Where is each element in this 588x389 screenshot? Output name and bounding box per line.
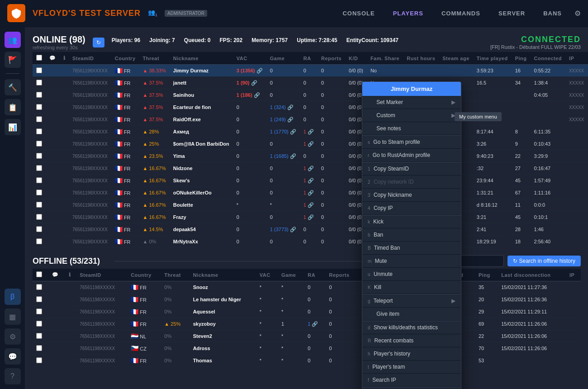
- table-row[interactable]: 76561198XXXXX 🇫🇷 FR ▲ 23.5% Yima 0 1 (16…: [33, 150, 588, 162]
- context-menu-item-copy-nickname[interactable]: 3 Copy Nickname: [362, 189, 461, 202]
- cell-reports: 0: [318, 77, 345, 89]
- sidebar-item-players[interactable]: 👥: [5, 32, 21, 48]
- context-menu-item-search-ip[interactable]: f Search IP: [362, 374, 461, 387]
- table-row[interactable]: 76561198XXXXX 🇫🇷 FR ▲ 16.67% Nidzone 0 0…: [33, 162, 588, 175]
- table-row[interactable]: 76561198XXXXX 🇨🇿 CZ 0% Adross * * 0 0 0/…: [33, 342, 581, 355]
- off-cell-ip: [566, 306, 581, 318]
- off-cell-checkbox[interactable]: [33, 294, 48, 306]
- cell-checkbox[interactable]: [33, 187, 46, 199]
- table-row[interactable]: 76561198XXXXX 🇳🇱 NL 0% Steven2 * * 0 0 0…: [33, 330, 581, 342]
- ctx-item-content: See notes: [368, 125, 401, 132]
- context-menu-item-show-killsdeaths-statistics[interactable]: d Show kills/deaths statistics: [362, 321, 461, 334]
- cell-checkbox[interactable]: [33, 65, 46, 77]
- cell-vac: 0: [233, 138, 266, 150]
- context-menu-item-see-notes[interactable]: See notes: [362, 122, 461, 135]
- context-menu-item-players-history[interactable]: h Player's history: [362, 347, 461, 361]
- table-row[interactable]: 76561198XXXXX 🇫🇷 FR ▲ 37.5% Ecarteur de …: [33, 101, 588, 114]
- context-menu-item-go-to-steam-profile[interactable]: s Go to Steam profile: [362, 136, 461, 149]
- table-row[interactable]: 76561198XXXXX 🇫🇷 FR ▲ 37.5% Sainihou 1 (…: [33, 89, 588, 101]
- off-cell-checkbox[interactable]: [33, 330, 48, 342]
- context-menu-item-timed-ban[interactable]: B Timed Ban: [362, 242, 461, 255]
- cell-checkbox[interactable]: [33, 175, 46, 187]
- cell-checkbox[interactable]: [33, 138, 46, 150]
- nav-console[interactable]: CONSOLE: [337, 6, 380, 20]
- context-menu-item-copy-steamid[interactable]: 1 Copy SteamID: [362, 162, 461, 176]
- cell-checkbox[interactable]: [33, 114, 46, 126]
- off-cell-checkbox[interactable]: [33, 318, 48, 330]
- ctx-key: 2: [368, 180, 370, 185]
- cell-vac: 0: [233, 162, 266, 175]
- table-row[interactable]: 76561198XXXXX 🇫🇷 FR ▲ 38.33% Jimmy Durma…: [33, 65, 588, 77]
- search-offline-button[interactable]: ↻ Search in offline history: [507, 256, 581, 266]
- table-row[interactable]: 76561198XXXXX 🇫🇷 FR ▲ 25% $om@llA Don Ba…: [33, 138, 588, 150]
- nav-players[interactable]: PLAYERS: [388, 6, 429, 20]
- ctx-item-label: Kill: [374, 284, 381, 290]
- context-menu-item-give-item[interactable]: Give item: [362, 308, 461, 321]
- sidebar-item-grid[interactable]: ▦: [5, 308, 21, 325]
- table-row[interactable]: 76561198XXXXX 🇫🇷 FR ▲ 25% skyzoboy * 1 1…: [33, 318, 581, 330]
- table-row[interactable]: 76561198XXXXX 🇫🇷 FR ▲ 16.67% Boulette * …: [33, 199, 588, 211]
- settings-icon[interactable]: ⚙: [574, 9, 581, 18]
- nav-commands[interactable]: COMMANDS: [436, 6, 486, 20]
- context-menu-item-copy-ip[interactable]: 4 Copy IP: [362, 202, 461, 215]
- cell-checkbox[interactable]: [33, 236, 46, 248]
- cell-checkbox[interactable]: [33, 77, 46, 89]
- off-col-ra: RA: [304, 269, 325, 281]
- sidebar-item-discord[interactable]: 💬: [5, 348, 21, 365]
- off-select-all[interactable]: [36, 271, 42, 277]
- off-cell-checkbox[interactable]: [33, 306, 48, 318]
- cell-checkbox[interactable]: [33, 150, 46, 162]
- sidebar-item-settings[interactable]: ⚙: [5, 328, 21, 345]
- context-menu-item-recent-combats[interactable]: R Recent combats: [362, 334, 461, 347]
- table-row[interactable]: 76561198XXXXX 🇫🇷 FR ▲ 14.5% depaak54 0 1…: [33, 223, 588, 236]
- table-row[interactable]: 76561198XXXXX 🇫🇷 FR ▲ 16.67% oONukeKille…: [33, 187, 588, 199]
- cell-info: [60, 211, 69, 223]
- context-menu-item-kill[interactable]: K Kill: [362, 281, 461, 294]
- table-row[interactable]: 76561198XXXXX 🇫🇷 FR ▲ 16.67% Frazy 0 0 1…: [33, 211, 588, 223]
- table-row[interactable]: 76561198XXXXX 🇫🇷 FR 0% Snooz * * 0 0 0/0…: [33, 281, 581, 294]
- sidebar-item-notes[interactable]: 📋: [5, 99, 21, 115]
- cell-chat: [46, 101, 60, 114]
- context-menu-item-mute[interactable]: m Mute: [362, 255, 461, 268]
- sidebar-item-stats[interactable]: 📊: [5, 119, 21, 135]
- nav-bans[interactable]: BANS: [538, 6, 567, 20]
- cell-reports: 0: [318, 126, 345, 138]
- context-menu-item-reset[interactable]: Reset ▶: [362, 387, 461, 389]
- context-menu-item-ban[interactable]: b Ban: [362, 228, 461, 242]
- cell-checkbox[interactable]: [33, 199, 46, 211]
- table-row[interactable]: 76561198XXXXX 🇫🇷 FR ▲ 28% Ахмед 0 1 (177…: [33, 126, 588, 138]
- off-cell-checkbox[interactable]: [33, 342, 48, 355]
- table-row[interactable]: 76561198XXXXX 🇫🇷 FR 0% Le hamster du Nig…: [33, 294, 581, 306]
- context-menu-item-unmute[interactable]: u Unmute: [362, 268, 461, 281]
- refresh-button[interactable]: ↻: [93, 38, 104, 47]
- context-menu-item-set-marker[interactable]: Set Marker ▶: [362, 96, 461, 109]
- select-all-checkbox[interactable]: [36, 55, 42, 61]
- cell-checkbox[interactable]: [33, 211, 46, 223]
- cell-checkbox[interactable]: [33, 101, 46, 114]
- table-row[interactable]: 76561198XXXXX 🇫🇷 FR ▲ 37.5% janett 1 (90…: [33, 77, 588, 89]
- table-row[interactable]: 76561198XXXXX 🇫🇷 FR 0% Thomas * * 0 0 0/…: [33, 355, 581, 367]
- context-menu-item-go-to-rustadmin-profile[interactable]: r Go to RustAdmin profile: [362, 149, 461, 162]
- cell-checkbox[interactable]: [33, 126, 46, 138]
- off-cell-checkbox[interactable]: [33, 281, 48, 294]
- table-row[interactable]: 76561198XXXXX 🇫🇷 FR 0% Aquessel * * 0 0 …: [33, 306, 581, 318]
- cell-checkbox[interactable]: [33, 223, 46, 236]
- table-row[interactable]: 76561198XXXXX 🇫🇷 FR ▲ 37.5% RaidOff.exe …: [33, 114, 588, 126]
- nav-server[interactable]: SERVER: [493, 6, 531, 20]
- sidebar-item-bans[interactable]: 🔨: [5, 79, 21, 95]
- table-row[interactable]: 76561198XXXXX 🇫🇷 FR ▲ 16.67% Skew's 0 0 …: [33, 175, 588, 187]
- context-menu-item-kick[interactable]: k Kick: [362, 215, 461, 228]
- sidebar-item-reports[interactable]: 🚩: [5, 52, 21, 68]
- context-menu-item-teleport[interactable]: g Teleport ▶: [362, 294, 461, 308]
- context-menu-item-players-team[interactable]: t Player's team: [362, 361, 461, 374]
- table-row[interactable]: 76561198XXXXX 🇫🇷 FR ▲ 0% MrNytraXx 0 0 0…: [33, 236, 588, 248]
- sidebar-item-help[interactable]: ?: [5, 368, 21, 384]
- cell-checkbox[interactable]: [33, 162, 46, 175]
- context-menu-item-custom[interactable]: Custom ▶: [362, 109, 461, 122]
- sidebar-item-beta[interactable]: β: [5, 289, 21, 305]
- off-cell-ip: [566, 294, 581, 306]
- cell-checkbox[interactable]: [33, 89, 46, 101]
- off-cell-checkbox[interactable]: [33, 355, 48, 367]
- off-cell-reports: 0: [325, 318, 358, 330]
- entity-stat: EntityCount: 109347: [346, 37, 398, 43]
